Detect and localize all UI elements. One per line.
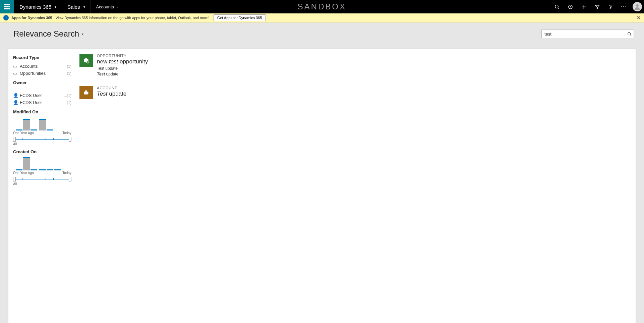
svg-rect-10 bbox=[85, 58, 87, 59]
search-submit-button[interactable] bbox=[625, 30, 634, 38]
person-icon: 👤 bbox=[13, 93, 20, 98]
facet-count: (1) bbox=[67, 101, 71, 105]
notification-close-button[interactable]: ✕ bbox=[637, 15, 641, 20]
result-type-label: OPPORTUNITY bbox=[97, 54, 148, 58]
opportunity-badge-icon: ! bbox=[79, 54, 93, 67]
svg-point-7 bbox=[628, 32, 631, 35]
info-icon: i bbox=[3, 15, 9, 20]
axis-label-old: One Year Ago bbox=[13, 131, 34, 135]
opportunity-icon: ▭ bbox=[13, 71, 20, 76]
area-switcher[interactable]: Sales ▾ bbox=[62, 0, 91, 13]
facet-item-opportunities[interactable]: ▭ Opportunities (1) bbox=[13, 70, 71, 77]
search-header: Relevance Search ▾ bbox=[0, 22, 644, 45]
search-icon bbox=[627, 32, 632, 36]
person-icon: 👤 bbox=[13, 100, 20, 105]
page-title[interactable]: Relevance Search ▾ bbox=[13, 29, 83, 39]
axis-label-new: Today bbox=[62, 131, 71, 135]
chevron-down-icon: ▾ bbox=[83, 5, 85, 9]
slider-handle-left[interactable] bbox=[13, 177, 16, 181]
created-histogram bbox=[13, 157, 71, 170]
account-icon: ▭ bbox=[13, 64, 20, 69]
svg-rect-13 bbox=[84, 92, 89, 94]
ellipsis-icon: ··· bbox=[621, 4, 627, 10]
modified-slider-label: All bbox=[13, 142, 71, 146]
facet-item-owner[interactable]: 👤 FCDS User ...(1) bbox=[13, 92, 71, 99]
svg-line-8 bbox=[630, 35, 631, 36]
account-badge-icon bbox=[79, 86, 93, 99]
facet-label: Accounts bbox=[20, 64, 38, 69]
slider-handle-left[interactable] bbox=[13, 137, 16, 142]
results-list: ! OPPORTUNITY new test opportunity Test … bbox=[75, 49, 636, 323]
modified-histogram bbox=[13, 117, 71, 130]
created-slider-label: All bbox=[13, 182, 71, 186]
slider-handle-right[interactable] bbox=[69, 177, 71, 181]
search-result-account[interactable]: ACCOUNT Test update bbox=[79, 86, 636, 99]
chevron-right-icon: › bbox=[117, 4, 119, 9]
facet-count: ...(1) bbox=[64, 94, 71, 98]
result-type-label: ACCOUNT bbox=[97, 86, 126, 90]
notification-title: Apps for Dynamics 365 bbox=[11, 16, 52, 20]
result-title: new test opportunity bbox=[97, 58, 148, 65]
gear-icon bbox=[608, 4, 613, 9]
area-label: Sales bbox=[67, 4, 80, 10]
slider-handle-right[interactable] bbox=[69, 137, 71, 142]
result-title: Test update bbox=[97, 91, 126, 97]
chevron-down-icon: ▾ bbox=[82, 32, 83, 36]
notification-desc: View Dynamics 365 information on the go … bbox=[56, 16, 210, 20]
facet-record-type-header: Record Type bbox=[13, 55, 71, 60]
recent-items-button[interactable] bbox=[564, 0, 577, 13]
history-icon bbox=[568, 4, 573, 9]
facet-label: FCDS User bbox=[20, 93, 42, 98]
facet-item-accounts[interactable]: ▭ Accounts (1) bbox=[13, 63, 71, 70]
search-result-opportunity[interactable]: ! OPPORTUNITY new test opportunity Test … bbox=[79, 54, 636, 76]
close-icon: ✕ bbox=[637, 15, 641, 20]
svg-line-1 bbox=[558, 8, 559, 9]
modified-axis: One Year Ago Today bbox=[13, 131, 71, 135]
facet-owner-header: Owner bbox=[13, 80, 71, 85]
search-icon bbox=[554, 4, 560, 9]
more-commands-button[interactable]: ··· bbox=[617, 0, 631, 13]
created-range-slider[interactable] bbox=[13, 177, 71, 181]
main-content: Record Type ▭ Accounts (1) ▭ Opportuniti… bbox=[8, 49, 636, 323]
axis-label-old: One Year Ago bbox=[13, 171, 34, 175]
result-snippet: Test update bbox=[97, 66, 148, 71]
created-axis: One Year Ago Today bbox=[13, 171, 71, 175]
user-avatar-button[interactable] bbox=[631, 0, 644, 13]
quick-create-button[interactable] bbox=[577, 0, 590, 13]
waffle-icon bbox=[4, 4, 10, 9]
facet-count: (1) bbox=[67, 71, 71, 75]
page-title-text: Relevance Search bbox=[13, 29, 79, 39]
avatar-icon bbox=[633, 2, 642, 11]
facet-item-owner[interactable]: 👤 FCDS User (1) bbox=[13, 99, 71, 106]
axis-label-new: Today bbox=[62, 171, 71, 175]
sandbox-watermark: SANDBOX bbox=[298, 0, 346, 13]
plus-icon bbox=[581, 4, 586, 9]
search-box-wrap bbox=[541, 30, 634, 38]
chevron-down-icon: ▾ bbox=[55, 5, 56, 9]
svg-point-0 bbox=[555, 5, 558, 8]
global-search-button[interactable] bbox=[550, 0, 564, 13]
subarea-label: Accounts bbox=[96, 4, 114, 9]
facet-modified-header: Modified On bbox=[13, 109, 71, 114]
app-launcher-button[interactable] bbox=[0, 0, 14, 13]
breadcrumb-current[interactable]: Accounts › bbox=[91, 0, 124, 13]
settings-button[interactable] bbox=[604, 0, 617, 13]
product-switcher[interactable]: Dynamics 365 ▾ bbox=[14, 0, 62, 13]
modified-range-slider[interactable] bbox=[13, 137, 71, 142]
search-input[interactable] bbox=[541, 30, 625, 38]
advanced-find-button[interactable] bbox=[590, 0, 604, 13]
facet-label: Opportunities bbox=[20, 71, 46, 76]
facet-created-header: Created On bbox=[13, 149, 71, 154]
facet-count: (1) bbox=[67, 64, 71, 68]
topnav-right-cluster: ··· bbox=[550, 0, 644, 13]
funnel-icon bbox=[595, 4, 600, 9]
notification-bar: i Apps for Dynamics 365 View Dynamics 36… bbox=[0, 13, 644, 22]
facet-panel: Record Type ▭ Accounts (1) ▭ Opportuniti… bbox=[8, 49, 75, 323]
result-snippet: Test update bbox=[97, 72, 148, 76]
top-navbar: Dynamics 365 ▾ Sales ▾ Accounts › SANDBO… bbox=[0, 0, 644, 13]
notification-cta-button[interactable]: Get Apps for Dynamics 365 bbox=[214, 14, 266, 21]
svg-rect-14 bbox=[85, 91, 87, 92]
facet-label: FCDS User bbox=[20, 100, 42, 105]
svg-point-6 bbox=[636, 4, 638, 7]
svg-point-5 bbox=[610, 6, 611, 7]
